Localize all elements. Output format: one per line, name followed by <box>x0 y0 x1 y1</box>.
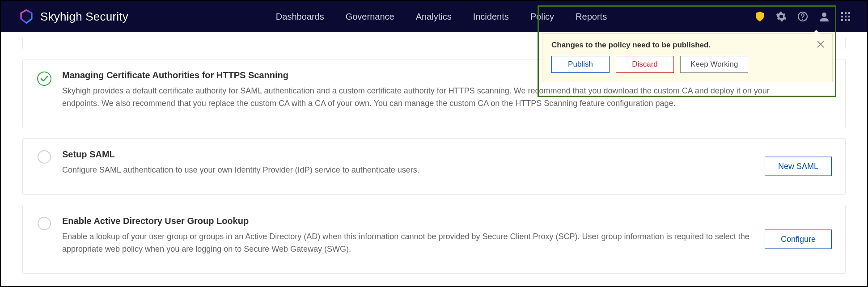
discard-button[interactable]: Discard <box>616 56 674 73</box>
configure-button[interactable]: Configure <box>765 230 832 249</box>
svg-rect-7 <box>845 16 847 17</box>
apps-grid-icon[interactable] <box>840 11 851 22</box>
user-icon[interactable] <box>819 11 830 22</box>
card-setup-saml: Setup SAML Configure SAML authentication… <box>22 138 846 195</box>
svg-point-14 <box>38 72 51 85</box>
card-action: Configure <box>765 230 832 249</box>
card-title: Setup SAML <box>62 149 832 160</box>
top-nav: Skyhigh Security Dashboards Governance A… <box>1 1 867 32</box>
svg-rect-11 <box>848 19 850 21</box>
status-pending <box>36 149 52 177</box>
card-ad-lookup: Enable Active Directory User Group Looku… <box>22 205 846 274</box>
empty-circle-icon <box>38 217 51 230</box>
nav-analytics[interactable]: Analytics <box>416 12 452 22</box>
card-description: Skyhigh provides a default certificate a… <box>62 85 787 110</box>
main-nav-links: Dashboards Governance Analytics Incident… <box>276 12 607 22</box>
status-pending <box>36 216 52 256</box>
nav-dashboards[interactable]: Dashboards <box>276 12 324 22</box>
card-description: Configure SAML authentication to use you… <box>62 164 787 177</box>
gear-icon[interactable] <box>776 11 787 22</box>
svg-rect-10 <box>845 19 847 21</box>
notification-arrow-icon <box>813 30 820 34</box>
check-circle-icon <box>37 71 52 110</box>
status-complete <box>36 70 52 110</box>
nav-policy[interactable]: Policy <box>530 12 554 22</box>
brand-logo-icon <box>19 9 34 24</box>
publish-notification: Changes to the policy need to be publish… <box>542 33 833 82</box>
nav-incidents[interactable]: Incidents <box>473 12 509 22</box>
help-icon[interactable] <box>797 11 808 22</box>
svg-rect-9 <box>841 19 843 21</box>
svg-point-2 <box>822 13 826 17</box>
card-action: New SAML <box>765 157 832 176</box>
nav-reports[interactable]: Reports <box>576 12 607 22</box>
publish-button[interactable]: Publish <box>551 56 610 73</box>
new-saml-button[interactable]: New SAML <box>765 157 832 176</box>
nav-governance[interactable]: Governance <box>346 12 394 22</box>
card-body: Enable Active Directory User Group Looku… <box>62 216 832 256</box>
empty-circle-icon <box>38 150 51 164</box>
card-description: Enable a lookup of your user group or gr… <box>62 231 787 256</box>
shield-alert-icon[interactable] <box>754 11 765 22</box>
brand-name: Skyhigh Security <box>40 10 128 24</box>
card-title: Enable Active Directory User Group Looku… <box>62 216 832 226</box>
svg-rect-3 <box>841 12 843 14</box>
close-icon[interactable] <box>816 40 825 49</box>
keep-working-button[interactable]: Keep Working <box>680 56 748 73</box>
svg-rect-6 <box>841 16 843 17</box>
nav-right-icons <box>754 1 851 32</box>
brand[interactable]: Skyhigh Security <box>19 9 128 24</box>
notification-actions: Publish Discard Keep Working <box>551 56 823 73</box>
svg-point-1 <box>802 19 803 20</box>
svg-rect-5 <box>848 12 850 14</box>
notification-message: Changes to the policy need to be publish… <box>551 41 823 50</box>
svg-rect-8 <box>848 16 850 17</box>
card-body: Setup SAML Configure SAML authentication… <box>62 149 832 177</box>
svg-rect-4 <box>845 12 847 14</box>
